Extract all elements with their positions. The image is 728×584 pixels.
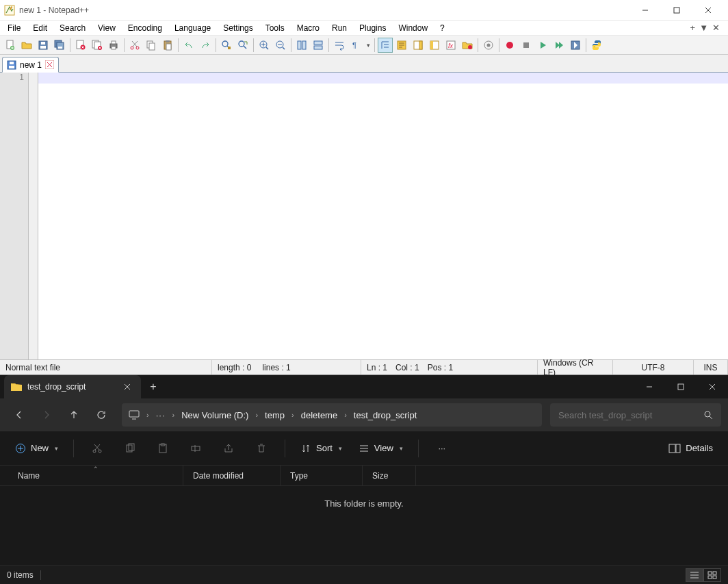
menu-dropdown-button[interactable]: ▼ bbox=[699, 23, 708, 33]
menu-plus-button[interactable]: + bbox=[690, 23, 696, 33]
explorer-maximize-button[interactable] bbox=[665, 375, 697, 398]
new-tab-button[interactable]: + bbox=[141, 381, 166, 393]
status-filetype[interactable]: Normal text file bbox=[0, 360, 212, 374]
doc-map-icon[interactable] bbox=[411, 38, 426, 53]
monitor-icon[interactable] bbox=[481, 38, 496, 53]
sync-vert-icon[interactable] bbox=[294, 38, 309, 53]
menu-settings[interactable]: Settings bbox=[217, 22, 259, 34]
details-button[interactable]: Details bbox=[663, 437, 718, 460]
redo-icon[interactable] bbox=[198, 38, 213, 53]
menu-file[interactable]: File bbox=[1, 22, 27, 34]
up-button[interactable] bbox=[62, 403, 86, 427]
chevron-right-icon[interactable]: › bbox=[144, 411, 152, 419]
chevron-right-icon[interactable]: › bbox=[252, 411, 261, 419]
close-file-icon[interactable] bbox=[73, 38, 88, 53]
thumbnails-view-toggle[interactable] bbox=[703, 568, 721, 582]
udl-icon[interactable] bbox=[394, 38, 409, 53]
print-icon[interactable] bbox=[106, 38, 121, 53]
search-input[interactable] bbox=[558, 410, 698, 420]
status-overwrite[interactable]: INS bbox=[694, 360, 728, 374]
copy-button[interactable] bbox=[116, 437, 144, 460]
forward-button[interactable] bbox=[34, 403, 59, 427]
doc-list-icon[interactable] bbox=[427, 38, 442, 53]
menu-encoding[interactable]: Encoding bbox=[122, 22, 168, 34]
menu-edit[interactable]: Edit bbox=[27, 22, 53, 34]
minimize-button[interactable] bbox=[629, 0, 661, 21]
share-button[interactable] bbox=[215, 437, 242, 460]
delete-button[interactable] bbox=[248, 437, 275, 460]
chevron-right-icon[interactable]: › bbox=[170, 411, 178, 419]
status-position[interactable]: Ln : 1 Col : 1 Pos : 1 bbox=[361, 360, 538, 374]
find-icon[interactable] bbox=[219, 38, 234, 53]
save-all-icon[interactable] bbox=[52, 38, 67, 53]
rename-button[interactable] bbox=[182, 437, 209, 460]
cut-icon[interactable] bbox=[127, 38, 142, 53]
tab-close-icon[interactable] bbox=[45, 60, 54, 69]
zoom-in-icon[interactable] bbox=[257, 38, 272, 53]
titlebar[interactable]: new 1 - Notepad++ bbox=[0, 0, 728, 21]
status-eol[interactable]: Windows (CR LF) bbox=[538, 360, 613, 374]
breadcrumb-segment[interactable]: deleteme bbox=[301, 410, 337, 420]
chevron-right-icon[interactable]: › bbox=[341, 411, 350, 419]
play-icon[interactable] bbox=[535, 38, 550, 53]
paste-button[interactable] bbox=[149, 437, 177, 460]
view-button[interactable]: View ▾ bbox=[353, 437, 408, 460]
menu-tools[interactable]: Tools bbox=[259, 22, 291, 34]
new-button[interactable]: New ▾ bbox=[10, 437, 64, 460]
play-multi-icon[interactable] bbox=[551, 38, 567, 53]
cut-button[interactable] bbox=[83, 437, 111, 460]
open-file-icon[interactable] bbox=[19, 38, 34, 53]
explorer-tab[interactable]: test_drop_script bbox=[4, 375, 141, 398]
indent-guide-icon[interactable] bbox=[378, 38, 393, 53]
menu-view[interactable]: View bbox=[92, 22, 122, 34]
folder-workspace-icon[interactable] bbox=[460, 38, 475, 53]
breadcrumb-segment[interactable]: New Volume (D:) bbox=[181, 410, 248, 420]
wordwrap-icon[interactable] bbox=[332, 38, 347, 53]
zoom-out-icon[interactable] bbox=[273, 38, 288, 53]
breadcrumb-segment[interactable]: test_drop_script bbox=[354, 410, 417, 420]
replace-icon[interactable] bbox=[235, 38, 250, 53]
column-size[interactable]: Size bbox=[363, 466, 416, 485]
editor-tab[interactable]: new 1 bbox=[2, 57, 59, 73]
explorer-tab-close-icon[interactable] bbox=[123, 383, 131, 391]
close-all-icon[interactable] bbox=[90, 38, 105, 53]
breadcrumb-overflow[interactable]: ··· bbox=[156, 410, 166, 420]
search-icon[interactable] bbox=[703, 410, 713, 420]
column-name[interactable]: Name ⌃ bbox=[8, 466, 183, 485]
save-icon[interactable] bbox=[36, 38, 51, 53]
show-all-chars-icon[interactable]: ¶ bbox=[348, 38, 363, 53]
undo-icon[interactable] bbox=[181, 38, 196, 53]
new-file-icon[interactable] bbox=[3, 38, 18, 53]
refresh-button[interactable] bbox=[89, 403, 114, 427]
sync-horiz-icon[interactable] bbox=[311, 38, 326, 53]
explorer-close-button[interactable] bbox=[697, 375, 728, 398]
menu-language[interactable]: Language bbox=[168, 22, 217, 34]
menu-macro[interactable]: Macro bbox=[291, 22, 326, 34]
chars-dropdown-icon[interactable]: ▾ bbox=[365, 42, 372, 49]
menu-help[interactable]: ? bbox=[434, 22, 451, 34]
menu-close-button[interactable]: ✕ bbox=[712, 23, 720, 33]
explorer-titlebar[interactable]: test_drop_script + bbox=[0, 375, 728, 398]
column-type[interactable]: Type bbox=[281, 466, 363, 485]
close-button[interactable] bbox=[692, 0, 724, 21]
python-icon[interactable] bbox=[589, 38, 604, 53]
record-icon[interactable] bbox=[502, 38, 517, 53]
file-list[interactable]: This folder is empty. bbox=[0, 486, 728, 565]
copy-icon[interactable] bbox=[144, 38, 159, 53]
menu-run[interactable]: Run bbox=[326, 22, 353, 34]
explorer-minimize-button[interactable] bbox=[634, 375, 665, 398]
menu-plugins[interactable]: Plugins bbox=[353, 22, 392, 34]
breadcrumb-segment[interactable]: temp bbox=[265, 410, 285, 420]
search-box[interactable] bbox=[550, 403, 721, 427]
details-view-toggle[interactable] bbox=[686, 568, 703, 582]
back-button[interactable] bbox=[7, 403, 31, 427]
chevron-right-icon[interactable]: › bbox=[289, 411, 297, 419]
stop-icon[interactable] bbox=[519, 38, 534, 53]
pc-icon[interactable] bbox=[129, 410, 140, 420]
status-encoding[interactable]: UTF-8 bbox=[613, 360, 694, 374]
sort-button[interactable]: Sort ▾ bbox=[295, 437, 348, 460]
breadcrumb[interactable]: › ··· › New Volume (D:) › temp › deletem… bbox=[122, 403, 542, 427]
fold-margin[interactable] bbox=[29, 73, 38, 359]
more-button[interactable]: ··· bbox=[428, 437, 456, 460]
status-length[interactable]: length : 0 lines : 1 bbox=[212, 360, 361, 374]
